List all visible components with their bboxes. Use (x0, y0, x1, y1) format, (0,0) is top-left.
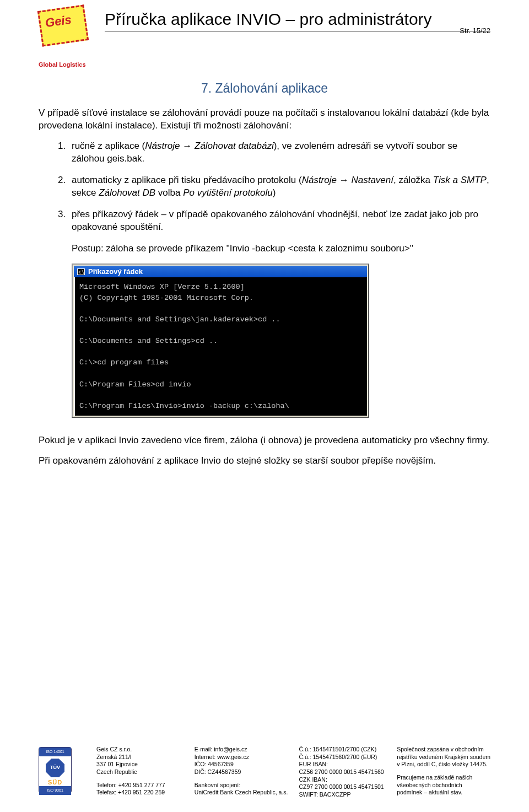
tuv-certification-badge: ISO 14001 TÜV SÜD ISO 9001 (39, 747, 72, 793)
cmd-output: Microsoft Windows XP [Verze 5.1.2600] (C… (74, 277, 367, 416)
after-paragraph-2: Při opakovaném zálohování z aplikace Inv… (39, 455, 490, 467)
footer-contact: E-mail: info@geis.cz Internet: www.geis.… (195, 746, 288, 802)
list-item: ručně z aplikace (Nástroje → Zálohovat d… (68, 140, 490, 165)
after-paragraph-1: Pokud je v aplikaci Invio zavedeno více … (39, 434, 490, 447)
title-divider (105, 31, 490, 31)
page-footer: ISO 14001 TÜV SÜD ISO 9001 Geis CZ s.r.o… (39, 746, 490, 802)
procedure-paragraph: Postup: záloha se provede příkazem "Invi… (72, 243, 490, 255)
cmd-titlebar: c\ Příkazový řádek (74, 266, 367, 277)
page-header: Geis Global Logistics Příručka aplikace … (39, 0, 490, 68)
footer-legal: Společnost zapsána v obchodním rejstříku… (397, 746, 490, 802)
footer-banking: Č.ú.: 1545471501/2700 (CZK) Č.ú.: 154547… (299, 746, 386, 802)
list-item: přes příkazový řádek – v případě opakova… (68, 208, 490, 234)
geis-logo: Geis (39, 7, 91, 59)
document-title: Příručka aplikace INVIO – pro administrá… (105, 10, 490, 30)
intro-paragraph: V případě síťové instalace se zálohování… (39, 107, 490, 132)
cmd-icon: c\ (77, 268, 85, 275)
section-heading: 7. Zálohování aplikace (39, 81, 490, 96)
backup-options-list: ručně z aplikace (Nástroje → Zálohovat d… (39, 140, 490, 234)
footer-address: Geis CZ s.r.o. Zemská 211/I 337 01 Ejpov… (96, 746, 183, 802)
list-item: automaticky z aplikace při tisku předáva… (68, 174, 490, 200)
page-number: Str. 15/22 (460, 26, 490, 35)
logo-subtitle: Global Logistics (39, 61, 105, 68)
command-prompt-window: c\ Příkazový řádek Microsoft Windows XP … (72, 264, 369, 418)
cmd-title: Příkazový řádek (88, 267, 143, 276)
